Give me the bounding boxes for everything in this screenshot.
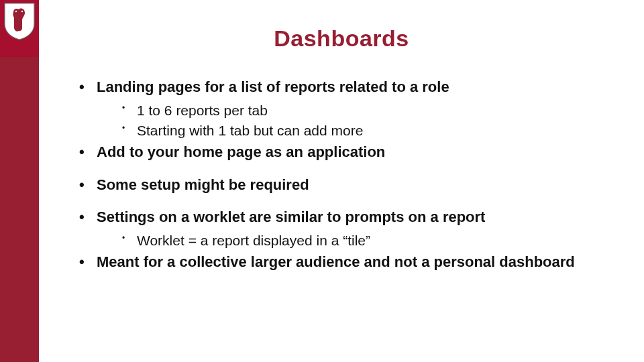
svg-point-0 xyxy=(15,11,17,12)
sidebar-bottom xyxy=(0,57,39,362)
bullet-text: Meant for a collective larger audience a… xyxy=(97,253,575,270)
slide: Dashboards Landing pages for a list of r… xyxy=(0,0,644,362)
bullet-item: Some setup might be required xyxy=(74,176,610,195)
bullet-text: Add to your home page as an application xyxy=(97,143,385,160)
sub-bullet-list: Worklet = a report displayed in a “tile” xyxy=(97,231,610,250)
sidebar xyxy=(0,0,39,362)
sub-bullet-item: Starting with 1 tab but can add more xyxy=(117,121,610,140)
wsu-logo-icon xyxy=(4,3,35,40)
bullet-list: Landing pages for a list of reports rela… xyxy=(74,78,610,272)
sub-bullet-list: 1 to 6 reports per tab Starting with 1 t… xyxy=(97,101,610,141)
sub-bullet-item: Worklet = a report displayed in a “tile” xyxy=(117,231,610,250)
bullet-item: Landing pages for a list of reports rela… xyxy=(74,78,610,140)
bullet-item: Settings on a worklet are similar to pro… xyxy=(74,208,610,250)
bullet-item: Meant for a collective larger audience a… xyxy=(74,253,610,272)
sub-bullet-item: 1 to 6 reports per tab xyxy=(117,101,610,120)
bullet-text: Landing pages for a list of reports rela… xyxy=(97,78,449,95)
content-area: Landing pages for a list of reports rela… xyxy=(74,78,610,286)
bullet-item: Add to your home page as an application xyxy=(74,143,610,162)
bullet-text: Some setup might be required xyxy=(97,176,309,193)
svg-point-1 xyxy=(21,11,23,12)
bullet-text: Settings on a worklet are similar to pro… xyxy=(97,208,485,225)
page-title: Dashboards xyxy=(39,25,644,52)
